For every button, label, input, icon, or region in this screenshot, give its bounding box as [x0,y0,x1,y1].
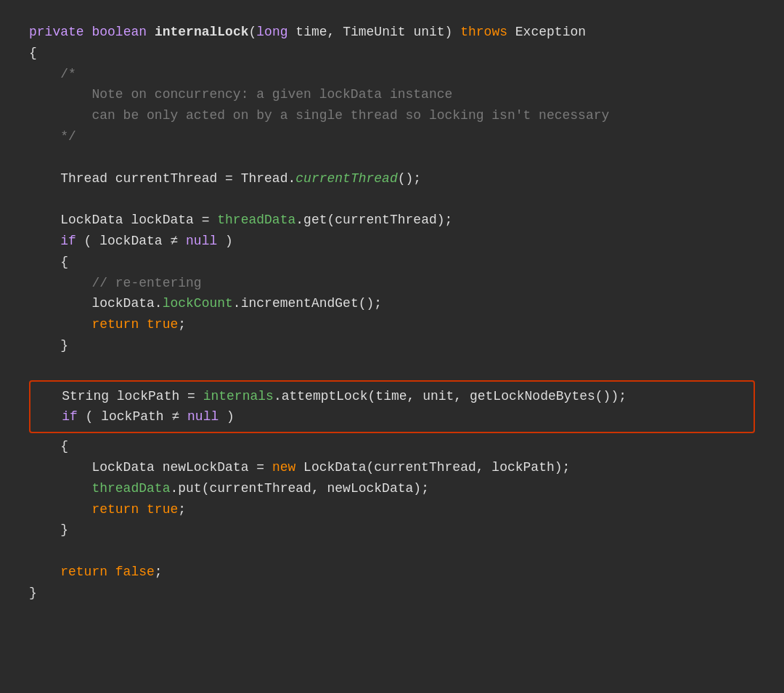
code-line-17 [29,356,755,377]
code-line-11: if ( lockData ≠ null ) [29,231,755,252]
code-line-14: lockData.lockCount.incrementAndGet(); [29,293,755,314]
method-name: internalLock [155,25,249,39]
code-line-26: return false; [29,562,755,583]
code-line-9 [29,189,755,210]
code-line-1: private boolean internalLock(long time, … [29,22,755,43]
code-line-13: // re-entering [29,273,755,294]
code-editor: private boolean internalLock(long time, … [0,0,784,693]
code-line-16: } [29,335,755,356]
code-line-24: } [29,520,755,541]
code-line-19: if ( lockPath ≠ null ) [30,406,754,427]
code-line-6: */ [29,126,755,147]
code-line-23: return true; [29,499,755,520]
code-line-7 [29,147,755,168]
code-line-21: LockData newLockData = new LockData(curr… [29,457,755,478]
code-line-27: } [29,583,755,604]
code-line-18: String lockPath = internals.attemptLock(… [30,386,754,407]
highlighted-code-block: String lockPath = internals.attemptLock(… [29,380,755,434]
keyword-private: private [29,25,84,39]
keyword-boolean: boolean [91,25,147,39]
code-line-8: Thread currentThread = Thread.currentThr… [29,168,755,189]
code-line-2: { [29,43,755,64]
code-line-3: /* [29,64,755,85]
code-line-15: return true; [29,314,755,335]
code-line-5: can be only acted on by a single thread … [29,105,755,126]
code-line-4: Note on concurrency: a given lockData in… [29,84,755,105]
code-line-22: threadData.put(currentThread, newLockDat… [29,478,755,499]
code-line-10: LockData lockData = threadData.get(curre… [29,210,755,231]
code-line-25 [29,541,755,562]
code-line-12: { [29,252,755,273]
code-line-20: { [29,436,755,457]
